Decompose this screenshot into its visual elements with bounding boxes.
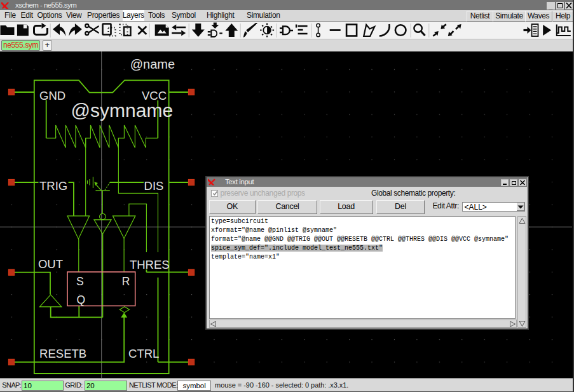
svg-text:THRES: THRES: [130, 258, 170, 271]
svg-text:RESETB: RESETB: [39, 347, 86, 360]
svg-text:OUT: OUT: [38, 257, 63, 271]
svg-text:GND: GND: [39, 89, 65, 102]
svg-text:@symname: @symname: [71, 100, 174, 121]
svg-text:@name: @name: [130, 57, 175, 71]
svg-text:S: S: [76, 275, 84, 288]
svg-text:Q: Q: [77, 294, 86, 306]
svg-text:CTRL: CTRL: [128, 347, 159, 360]
svg-text:TRIG: TRIG: [39, 179, 67, 193]
svg-text:R: R: [122, 275, 130, 288]
svg-text:DIS: DIS: [144, 179, 164, 193]
